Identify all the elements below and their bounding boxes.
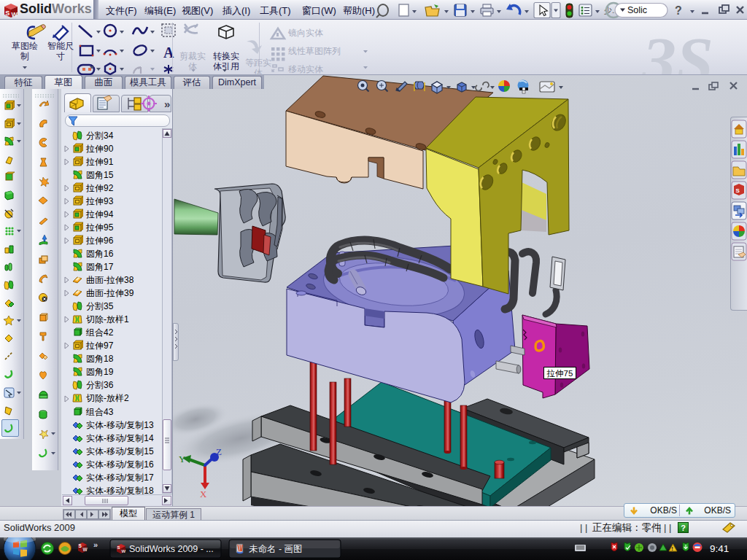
svg-text:S: S bbox=[78, 543, 82, 548]
svg-text:?: ? bbox=[675, 4, 682, 17]
svg-text:Z: Z bbox=[216, 446, 222, 457]
svg-text:Solic: Solic bbox=[627, 5, 647, 15]
svg-text:S: S bbox=[5, 9, 9, 17]
svg-text:S: S bbox=[736, 187, 740, 194]
svg-text:!: ! bbox=[671, 545, 673, 552]
svg-text:S: S bbox=[117, 545, 120, 550]
svg-text:»: » bbox=[93, 540, 98, 549]
svg-text:9:41: 9:41 bbox=[710, 543, 729, 554]
svg-text:X: X bbox=[200, 489, 207, 499]
svg-text:未命名 - 画图: 未命名 - 画图 bbox=[249, 544, 303, 554]
svg-text:W: W bbox=[12, 11, 18, 18]
svg-text:W: W bbox=[82, 547, 88, 552]
svg-text:Y: Y bbox=[179, 454, 186, 464]
svg-text:SolidWorks 2009 - ...: SolidWorks 2009 - ... bbox=[129, 544, 214, 554]
svg-text:W: W bbox=[122, 549, 126, 553]
